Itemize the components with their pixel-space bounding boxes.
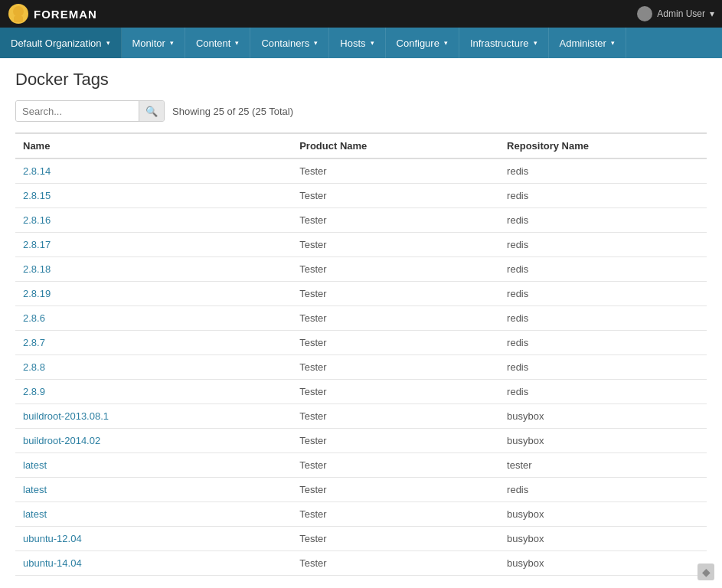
cell-product: Tester xyxy=(292,478,499,502)
cell-repo: redis xyxy=(499,158,707,184)
cell-name[interactable]: ubuntu-12.04 xyxy=(15,527,292,551)
nav-item-monitor[interactable]: Monitor ▾ xyxy=(122,28,185,58)
col-header-repo: Repository Name xyxy=(499,133,707,158)
brand: FOREMAN xyxy=(8,3,97,24)
table-row: latestTesterredis xyxy=(15,478,707,502)
scroll-to-top-icon[interactable]: ◆ xyxy=(697,564,714,580)
cell-repo: redis xyxy=(499,282,707,306)
nav-item-configure[interactable]: Configure ▾ xyxy=(386,28,459,58)
cell-repo: redis xyxy=(499,478,707,502)
search-row: 🔍 Showing 25 of 25 (25 Total) xyxy=(15,100,707,122)
nav-item-org[interactable]: Default Organization ▾ xyxy=(0,28,122,58)
cell-product: Tester xyxy=(292,355,499,380)
table-row: 2.8.15Testerredis xyxy=(15,184,707,208)
table-row: 2.8.7Testerredis xyxy=(15,331,707,355)
cell-repo: redis xyxy=(499,355,707,380)
cell-name[interactable]: buildroot-2013.08.1 xyxy=(15,404,292,429)
search-input[interactable] xyxy=(16,101,139,121)
cell-repo: redis xyxy=(499,331,707,355)
cell-repo: redis xyxy=(499,306,707,331)
cell-product: Tester xyxy=(292,257,499,282)
user-label: Admin User xyxy=(657,8,705,19)
cell-name[interactable]: 2.8.19 xyxy=(15,282,292,306)
count-label: Showing 25 of 25 (25 Total) xyxy=(172,106,293,117)
cell-repo: busybox xyxy=(499,527,707,551)
search-box: 🔍 xyxy=(15,100,165,122)
col-header-product: Product Name xyxy=(292,133,499,158)
table-row: 2.8.6Testerredis xyxy=(15,306,707,331)
table-row: 2.8.18Testerredis xyxy=(15,257,707,282)
table-row: 2.8.14Testerredis xyxy=(15,158,707,184)
table-row: ubuntu-14.04Testerbusybox xyxy=(15,551,707,576)
table-row: 2.8.16Testerredis xyxy=(15,208,707,233)
nav-configure-label: Configure xyxy=(397,38,439,49)
cell-name[interactable]: latest xyxy=(15,502,292,527)
nav-item-containers[interactable]: Containers ▾ xyxy=(250,28,329,58)
cell-product: Tester xyxy=(292,282,499,306)
svg-rect-2 xyxy=(14,16,23,22)
top-bar-user[interactable]: Admin User ▾ xyxy=(637,6,714,21)
cell-name[interactable]: 2.8.8 xyxy=(15,355,292,380)
table-row: latestTestertester xyxy=(15,453,707,478)
nav-item-administer[interactable]: Administer ▾ xyxy=(549,28,626,58)
user-caret-icon: ▾ xyxy=(710,8,714,19)
cell-name[interactable]: 2.8.7 xyxy=(15,331,292,355)
cell-name[interactable]: 2.8.17 xyxy=(15,233,292,257)
nav-item-content[interactable]: Content ▾ xyxy=(185,28,251,58)
cell-name[interactable]: buildroot-2014.02 xyxy=(15,429,292,453)
cell-product: Tester xyxy=(292,158,499,184)
nav-containers-caret-icon: ▾ xyxy=(314,39,318,47)
cell-name[interactable]: latest xyxy=(15,478,292,502)
cell-product: Tester xyxy=(292,380,499,404)
cell-product: Tester xyxy=(292,184,499,208)
cell-name[interactable]: ubuntu-14.04 xyxy=(15,551,292,576)
cell-name[interactable]: 2.8.18 xyxy=(15,257,292,282)
user-avatar-icon xyxy=(637,6,652,21)
cell-repo: busybox xyxy=(499,429,707,453)
top-bar: FOREMAN Admin User ▾ xyxy=(0,0,722,28)
nav-org-label: Default Organization xyxy=(11,38,102,49)
cell-name[interactable]: 2.8.9 xyxy=(15,380,292,404)
cell-product: Tester xyxy=(292,404,499,429)
cell-name[interactable]: 2.8.16 xyxy=(15,208,292,233)
cell-product: Tester xyxy=(292,453,499,478)
cell-product: Tester xyxy=(292,527,499,551)
cell-repo: busybox xyxy=(499,404,707,429)
col-header-name: Name xyxy=(15,133,292,158)
brand-name: FOREMAN xyxy=(34,8,97,21)
cell-repo: redis xyxy=(499,184,707,208)
cell-repo: redis xyxy=(499,233,707,257)
table-header-row: Name Product Name Repository Name xyxy=(15,133,707,158)
nav-administer-label: Administer xyxy=(560,38,606,49)
cell-product: Tester xyxy=(292,331,499,355)
nav-bar: Default Organization ▾ Monitor ▾ Content… xyxy=(0,28,722,58)
cell-repo: tester xyxy=(499,453,707,478)
svg-point-1 xyxy=(13,6,24,17)
cell-product: Tester xyxy=(292,208,499,233)
docker-tags-table: Name Product Name Repository Name 2.8.14… xyxy=(15,132,707,576)
foreman-logo-icon xyxy=(8,3,29,24)
cell-product: Tester xyxy=(292,233,499,257)
cell-name[interactable]: 2.8.14 xyxy=(15,158,292,184)
table-row: 2.8.17Testerredis xyxy=(15,233,707,257)
cell-name[interactable]: 2.8.6 xyxy=(15,306,292,331)
table-row: latestTesterbusybox xyxy=(15,502,707,527)
cell-product: Tester xyxy=(292,429,499,453)
page-title: Docker Tags xyxy=(15,70,707,90)
nav-infrastructure-caret-icon: ▾ xyxy=(534,39,537,47)
page-content: Docker Tags 🔍 Showing 25 of 25 (25 Total… xyxy=(0,58,722,587)
nav-monitor-caret-icon: ▾ xyxy=(170,39,174,47)
nav-item-hosts[interactable]: Hosts ▾ xyxy=(329,28,385,58)
cell-repo: redis xyxy=(499,380,707,404)
cell-product: Tester xyxy=(292,551,499,576)
table-row: buildroot-2013.08.1Testerbusybox xyxy=(15,404,707,429)
cell-name[interactable]: latest xyxy=(15,453,292,478)
cell-name[interactable]: 2.8.15 xyxy=(15,184,292,208)
search-button[interactable]: 🔍 xyxy=(139,101,164,121)
table-row: ubuntu-12.04Testerbusybox xyxy=(15,527,707,551)
table-row: 2.8.19Testerredis xyxy=(15,282,707,306)
table-row: 2.8.8Testerredis xyxy=(15,355,707,380)
cell-product: Tester xyxy=(292,306,499,331)
nav-item-infrastructure[interactable]: Infrastructure ▾ xyxy=(459,28,549,58)
nav-content-caret-icon: ▾ xyxy=(235,39,239,47)
